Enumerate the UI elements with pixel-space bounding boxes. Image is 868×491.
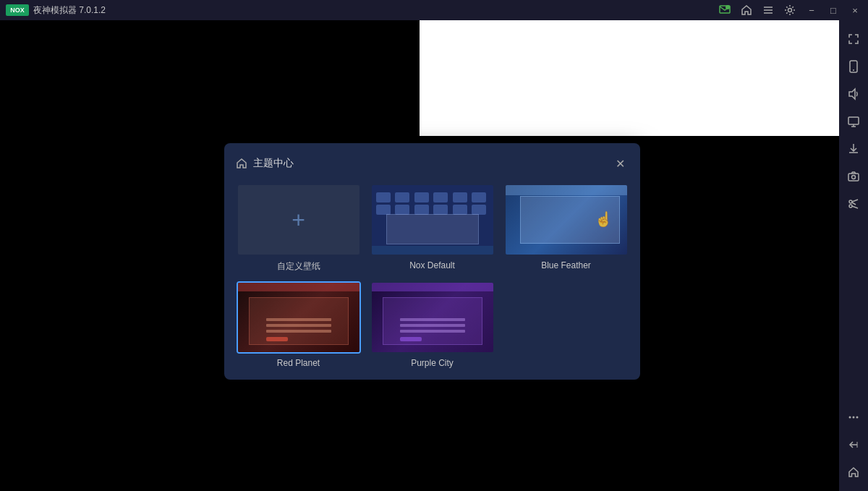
svg-point-21 [856, 417, 859, 419]
theme-thumb-blue-feather: ☝ [504, 184, 629, 256]
svg-line-16 [852, 200, 858, 202]
expand-sidebar-icon[interactable] [841, 26, 867, 52]
back-sidebar-icon[interactable] [841, 432, 867, 458]
maximize-button[interactable]: □ [823, 0, 843, 20]
close-button[interactable]: × [845, 0, 865, 20]
theme-dialog: 主题中心 ✕ + 自定义壁纸 [224, 143, 640, 380]
svg-marker-8 [849, 89, 855, 99]
theme-grid-bottom: Red Planet [236, 281, 629, 368]
scissors-sidebar-icon[interactable] [841, 191, 867, 217]
theme-label-custom: 自定义壁纸 [277, 260, 320, 273]
nox-taskbar-sim [372, 246, 493, 255]
svg-point-5 [788, 9, 792, 12]
theme-item-purple-city[interactable]: Purple City [370, 281, 495, 368]
theme-label-nox-default: Nox Default [409, 260, 455, 270]
title-bar-right: − □ × [715, 0, 868, 20]
svg-rect-12 [848, 174, 859, 181]
main-content: 主题中心 ✕ + 自定义壁纸 [0, 20, 839, 491]
theme-empty-slot [503, 281, 629, 368]
theme-item-custom[interactable]: + 自定义壁纸 [236, 184, 361, 273]
dialog-close-button[interactable]: ✕ [611, 155, 629, 172]
pc-line-2 [400, 324, 465, 327]
theme-label-purple-city: Purple City [411, 358, 454, 368]
rp-bar [238, 283, 359, 291]
rp-line-3 [266, 330, 331, 333]
sidebar-bottom-group [841, 404, 867, 485]
theme-thumb-nox-default [370, 184, 495, 256]
pc-content [400, 318, 465, 331]
theme-thumb-custom: + [237, 184, 361, 256]
thumb-blue-feather-content: ☝ [506, 185, 627, 255]
message-title-icon[interactable] [715, 0, 735, 20]
home-title-icon[interactable] [736, 0, 757, 20]
svg-rect-9 [848, 117, 859, 124]
theme-item-red-planet[interactable]: Red Planet [236, 281, 361, 368]
more-sidebar-icon[interactable] [841, 404, 867, 430]
hamburger-title-icon[interactable] [758, 0, 778, 20]
dialog-header: 主题中心 ✕ [236, 155, 629, 172]
pc-window [383, 297, 482, 345]
rp-line-1 [266, 318, 331, 321]
rp-window [249, 297, 349, 345]
nox-window-sim [386, 214, 479, 244]
svg-point-15 [849, 205, 852, 208]
nox-icons-sim [376, 192, 489, 215]
svg-point-13 [852, 176, 856, 179]
dialog-home-icon [236, 158, 247, 169]
theme-label-blue-feather: Blue Feather [541, 260, 591, 270]
right-sidebar [839, 20, 868, 491]
settings-title-icon[interactable] [780, 0, 800, 20]
white-panel [420, 20, 839, 136]
theme-label-red-planet: Red Planet [277, 358, 320, 368]
dialog-title-row: 主题中心 [236, 157, 294, 170]
rp-content [266, 318, 331, 331]
svg-line-18 [852, 202, 856, 205]
bf-hand: ☝ [595, 210, 613, 228]
minimize-button[interactable]: − [801, 0, 822, 20]
app-title: 夜神模拟器 7.0.1.2 [33, 4, 106, 17]
svg-point-1 [726, 5, 730, 9]
nox-logo: NOX [6, 4, 29, 16]
title-bar-left: NOX 夜神模拟器 7.0.1.2 [0, 4, 106, 17]
svg-point-14 [849, 200, 852, 203]
theme-item-blue-feather[interactable]: ☝ Blue Feather [503, 184, 629, 273]
theme-grid-top: + 自定义壁纸 [236, 184, 629, 273]
theme-item-nox-default[interactable]: Nox Default [370, 184, 495, 273]
camera-sidebar-icon[interactable] [841, 163, 867, 189]
pc-line-3 [400, 330, 465, 333]
rp-button [266, 337, 288, 341]
screen-sidebar-icon[interactable] [841, 108, 867, 135]
dialog-title: 主题中心 [253, 157, 294, 170]
import-sidebar-icon[interactable] [841, 136, 867, 162]
volume-sidebar-icon[interactable] [841, 81, 867, 107]
phone-sidebar-icon[interactable] [841, 54, 867, 80]
theme-thumb-purple-city [370, 281, 495, 354]
pc-button [400, 337, 422, 341]
android-home-sidebar-icon[interactable] [841, 459, 867, 485]
bf-bar [506, 185, 627, 195]
pc-bar [372, 283, 493, 291]
thumb-red-planet-content [238, 283, 359, 352]
title-bar: NOX 夜神模拟器 7.0.1.2 [0, 0, 868, 20]
thumb-nox-default-content [372, 185, 493, 255]
theme-thumb-red-planet [237, 281, 361, 354]
svg-point-20 [853, 417, 855, 419]
rp-line-2 [266, 324, 331, 327]
pc-line-1 [400, 318, 465, 321]
thumb-purple-city-content [372, 283, 493, 352]
svg-line-17 [852, 206, 858, 208]
svg-point-19 [849, 417, 851, 419]
plus-icon: + [292, 207, 305, 234]
thumb-custom-content: + [238, 185, 359, 255]
